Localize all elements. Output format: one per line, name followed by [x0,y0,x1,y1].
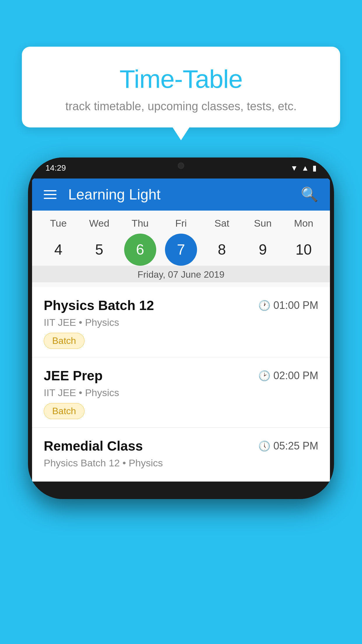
schedule-item-2-title: JEE Prep [44,368,103,384]
phone-screen: Learning Light 🔍 Tue Wed Thu Fri Sat Sun… [32,178,330,482]
schedule-item-1-time-text: 01:00 PM [273,299,318,312]
day-6-today[interactable]: 6 [124,234,156,266]
tooltip-title: Time-Table [36,64,326,94]
day-header-sun: Sun [245,218,280,229]
day-header-mon: Mon [286,218,321,229]
schedule-item-3-time-text: 05:25 PM [273,440,318,452]
signal-icon: ▲ [301,164,309,173]
batch-tag-2: Batch [44,403,85,419]
phone-frame: 14:29 ▼ ▲ ▮ Learning Light 🔍 [28,158,334,499]
clock-icon-2: 🕑 [258,370,270,382]
schedule-item-2-header: JEE Prep 🕑 02:00 PM [44,368,318,384]
day-header-sat: Sat [204,218,239,229]
day-header-wed: Wed [82,218,117,229]
day-header-fri: Fri [164,218,198,229]
calendar-strip: Tue Wed Thu Fri Sat Sun Mon 4 5 6 7 8 9 … [32,211,330,287]
schedule-item-3-time: 🕔 05:25 PM [258,440,318,452]
day-8[interactable]: 8 [206,234,238,266]
day-numbers: 4 5 6 7 8 9 10 [32,234,330,266]
schedule-item-3-title: Remedial Class [44,438,143,454]
status-bar: 14:29 ▼ ▲ ▮ [28,158,334,178]
schedule-item-3-sub: Physics Batch 12 • Physics [44,457,318,469]
camera [178,162,184,169]
search-button[interactable]: 🔍 [301,186,318,203]
schedule-item-1-sub: IIT JEE • Physics [44,317,318,328]
selected-date-label: Friday, 07 June 2019 [32,266,330,282]
schedule-item-3-header: Remedial Class 🕔 05:25 PM [44,438,318,454]
schedule-item-1-title: Physics Batch 12 [44,298,154,313]
schedule-item-2-time-text: 02:00 PM [273,370,318,382]
day-7-selected[interactable]: 7 [165,234,197,266]
status-icons: ▼ ▲ ▮ [291,164,317,173]
schedule-list: Physics Batch 12 🕐 01:00 PM IIT JEE • Ph… [32,287,330,482]
day-5[interactable]: 5 [83,234,115,266]
tooltip-card: Time-Table track timetable, upcoming cla… [22,47,340,127]
day-4[interactable]: 4 [42,234,74,266]
battery-icon: ▮ [312,164,317,173]
day-9[interactable]: 9 [247,234,279,266]
status-time: 14:29 [45,163,66,173]
clock-icon-1: 🕐 [258,300,270,311]
batch-tag-1: Batch [44,333,85,349]
clock-icon-3: 🕔 [258,440,270,452]
notch [152,158,210,174]
app-title: Learning Light [68,186,289,203]
schedule-item-1[interactable]: Physics Batch 12 🕐 01:00 PM IIT JEE • Ph… [32,287,330,357]
schedule-item-2[interactable]: JEE Prep 🕑 02:00 PM IIT JEE • Physics Ba… [32,357,330,428]
day-header-tue: Tue [41,218,76,229]
wifi-icon: ▼ [291,164,298,173]
schedule-item-1-time: 🕐 01:00 PM [258,299,318,312]
day-10[interactable]: 10 [288,234,320,266]
schedule-item-2-time: 🕑 02:00 PM [258,370,318,382]
schedule-item-3[interactable]: Remedial Class 🕔 05:25 PM Physics Batch … [32,428,330,482]
day-header-thu: Thu [123,218,158,229]
day-headers: Tue Wed Thu Fri Sat Sun Mon [32,218,330,229]
app-bar: Learning Light 🔍 [32,178,330,211]
schedule-item-1-header: Physics Batch 12 🕐 01:00 PM [44,298,318,313]
phone-bottom [32,482,330,499]
schedule-item-2-sub: IIT JEE • Physics [44,387,318,398]
tooltip-subtitle: track timetable, upcoming classes, tests… [36,100,326,113]
menu-button[interactable] [44,190,57,199]
phone-mockup: 14:29 ▼ ▲ ▮ Learning Light 🔍 [28,158,334,499]
